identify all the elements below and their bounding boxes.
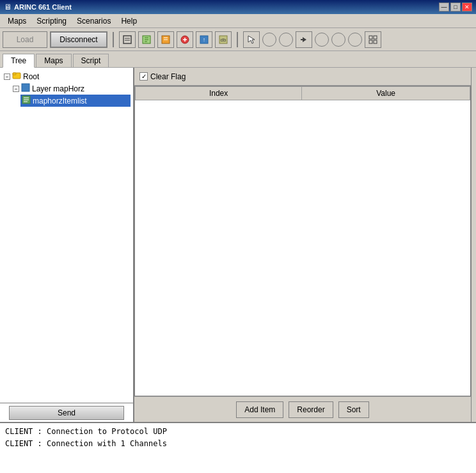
toolbar-grid-icon[interactable] (365, 31, 381, 48)
title-bar: 🖥 ARINC 661 Client — □ ✕ (0, 0, 476, 14)
tree-root[interactable]: − Root (3, 70, 131, 82)
table-area: Index Value (134, 86, 471, 396)
main-content: Tree Maps Script − Root − (0, 51, 476, 422)
clear-flag-checkbox[interactable] (139, 72, 148, 81)
title-bar-left: 🖥 ARINC 661 Client (4, 3, 72, 12)
toolbar-separator-2 (237, 32, 238, 47)
menu-scripting[interactable]: Scripting (31, 15, 72, 27)
clear-flag-area: Clear Flag (134, 68, 471, 86)
log-area: CLIENT : Connection to Protocol UDP CLIE… (0, 422, 476, 473)
reorder-button[interactable]: Reorder (289, 401, 333, 418)
menu-bar: Maps Scripting Scenarios Help (0, 14, 476, 28)
minimize-button[interactable]: — (439, 3, 449, 12)
svg-marker-17 (248, 36, 255, 43)
tabs: Tree Maps Script (0, 51, 476, 68)
tree-item-maphorzitemlist[interactable]: maphorzItemlist (20, 95, 131, 107)
title-text: ARINC 661 Client (14, 3, 72, 11)
tree-area: − Root − Layer mapHorz (0, 68, 133, 403)
toolbar-round-1[interactable] (262, 33, 276, 47)
toolbar-icon-2[interactable] (138, 31, 155, 48)
right-panel: Clear Flag Index Value Add Item (134, 68, 471, 422)
list-icon (22, 95, 31, 106)
right-scrollbar[interactable] (471, 68, 476, 422)
layer-expand-icon[interactable]: − (13, 86, 19, 92)
clear-flag-label: Clear Flag (139, 72, 186, 81)
send-area: Send (0, 403, 133, 422)
svg-text:↑: ↑ (203, 36, 206, 43)
toolbar-icon-1[interactable] (119, 31, 136, 48)
data-table: Index Value (135, 86, 470, 100)
log-line-2: CLIENT : Connection with 1 Channels (5, 438, 471, 450)
menu-maps[interactable]: Maps (3, 15, 31, 27)
close-button[interactable]: ✕ (462, 3, 472, 12)
left-panel: − Root − Layer mapHorz (0, 68, 134, 422)
send-button[interactable]: Send (9, 406, 124, 420)
menu-scenarios[interactable]: Scenarios (72, 15, 116, 27)
svg-rect-20 (369, 40, 372, 43)
toolbar-back-icon[interactable] (296, 31, 312, 48)
col-index: Index (136, 87, 302, 100)
svg-rect-21 (374, 40, 377, 43)
work-area: − Root − Layer mapHorz (0, 68, 476, 422)
col-value: Value (302, 87, 470, 100)
svg-text:db: db (221, 37, 226, 43)
toolbar-round-2[interactable] (279, 33, 293, 47)
root-expand-icon[interactable]: − (4, 74, 10, 80)
svg-rect-24 (22, 84, 29, 91)
svg-rect-18 (369, 36, 372, 39)
toolbar-round-3[interactable] (315, 33, 329, 47)
toolbar: Load Disconnect ↑ db (0, 28, 476, 51)
add-item-button[interactable]: Add Item (236, 401, 283, 418)
root-folder-icon (12, 71, 21, 82)
svg-rect-0 (123, 36, 131, 43)
root-label: Root (23, 72, 39, 81)
app-icon: 🖥 (4, 3, 12, 12)
layer-node-icon (21, 83, 30, 94)
title-controls: — □ ✕ (439, 3, 472, 12)
maphorzitemlist-label: maphorzItemlist (33, 97, 87, 105)
tab-tree[interactable]: Tree (3, 54, 35, 68)
layer-label: Layer mapHorz (32, 84, 84, 93)
tree-subnode: maphorzItemlist (12, 95, 131, 107)
button-area: Add Item Reorder Sort (134, 396, 471, 422)
tab-maps[interactable]: Maps (36, 54, 71, 67)
toolbar-icon-6[interactable]: db (215, 31, 232, 48)
toolbar-separator-1 (113, 32, 114, 47)
toolbar-icon-3[interactable] (157, 31, 174, 48)
toolbar-icon-4[interactable] (177, 31, 193, 48)
svg-rect-23 (13, 73, 16, 75)
tree-item-layer[interactable]: − Layer mapHorz (12, 82, 131, 95)
svg-rect-19 (374, 36, 377, 39)
toolbar-round-5[interactable] (348, 33, 362, 47)
menu-help[interactable]: Help (116, 15, 142, 27)
clear-flag-text: Clear Flag (150, 72, 186, 81)
load-button[interactable]: Load (3, 31, 47, 48)
log-line-1: CLIENT : Connection to Protocol UDP (5, 426, 471, 438)
toolbar-icon-5[interactable]: ↑ (196, 31, 212, 48)
maximize-button[interactable]: □ (450, 3, 461, 12)
toolbar-icon-cursor[interactable] (243, 31, 260, 48)
disconnect-button[interactable]: Disconnect (50, 31, 107, 48)
toolbar-round-4[interactable] (331, 33, 345, 47)
tab-script[interactable]: Script (73, 54, 109, 67)
sort-button[interactable]: Sort (338, 401, 369, 418)
tree-node-layer: − Layer mapHorz maphorzItemlist (3, 82, 131, 107)
